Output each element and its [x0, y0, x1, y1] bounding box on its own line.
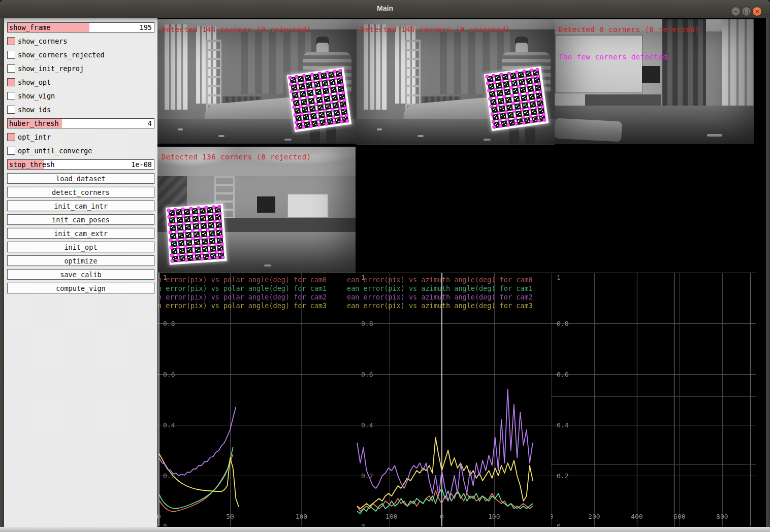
- camera-view-cam3[interactable]: Detected 136 corners (0 rejected): [157, 147, 356, 273]
- app-window: Main – ▢ × show_frame195show_cornersshow…: [0, 0, 770, 532]
- detected-corner-marker: [213, 227, 217, 231]
- legend-entry-3: ean error(pix) vs azimuth angle(deg) for…: [347, 302, 533, 310]
- checkbox-show_init_reproj[interactable]: [7, 64, 15, 73]
- detected-corner-marker: [197, 206, 200, 210]
- checkbox-opt_intr[interactable]: [7, 133, 15, 141]
- x-tick-label: 0: [551, 513, 554, 520]
- detected-corner-marker: [345, 119, 349, 123]
- checkbox-row-show_opt[interactable]: show_opt: [7, 77, 154, 87]
- detected-corner-marker: [340, 120, 344, 124]
- detected-corner-marker: [506, 123, 510, 127]
- close-button[interactable]: ×: [752, 7, 762, 16]
- init_cam_poses-button[interactable]: init_cam_poses: [7, 214, 154, 225]
- checkbox-show_corners[interactable]: [7, 37, 15, 45]
- checkbox-row-opt_until_converge[interactable]: opt_until_converge: [7, 146, 154, 156]
- plot-canvas-azimuth[interactable]: [356, 273, 551, 526]
- detected-corner-marker: [332, 121, 336, 125]
- detected-corner-marker: [175, 238, 179, 241]
- detected-corner-marker: [168, 230, 172, 234]
- detected-corner-marker: [177, 259, 180, 262]
- legend-azimuth: ean error(pix) vs azimuth angle(deg) for…: [347, 276, 533, 310]
- slider-huber_thresh[interactable]: huber_thresh4: [7, 118, 154, 128]
- detected-corner-marker: [200, 257, 204, 260]
- calibration-board: [287, 68, 352, 132]
- detected-corner-marker: [525, 91, 529, 95]
- title-bar[interactable]: Main – ▢ ×: [0, 0, 770, 18]
- plot-azimuth-error[interactable]: -100010010.80.60.40.20: [356, 273, 551, 526]
- camera-view-cam1[interactable]: Detected 140 corners (0 rejected): [357, 19, 555, 145]
- plot-canvas-vignette[interactable]: [551, 273, 756, 526]
- checkbox-label: opt_until_converge: [18, 147, 92, 155]
- detected-corner-marker: [542, 118, 547, 122]
- detected-corner-marker: [185, 258, 188, 262]
- checkbox-row-show_corners_rejected[interactable]: show_corners_rejected: [7, 50, 154, 60]
- checkbox-row-show_ids[interactable]: show_ids: [7, 105, 154, 115]
- y-tick-label: 0.2: [557, 472, 568, 480]
- y-tick-label: 0: [557, 522, 561, 526]
- y-tick-label: 0: [361, 522, 365, 526]
- x-tick-label: 100: [296, 513, 307, 520]
- detected-corner-marker: [292, 105, 296, 109]
- save_calib-button[interactable]: save_calib: [7, 269, 154, 280]
- gl-render-area: Detected 144 corners (0 rejected) Detect…: [157, 18, 766, 527]
- maximize-icon: ▢: [744, 8, 749, 15]
- load_dataset-button[interactable]: load_dataset: [7, 173, 154, 184]
- legend-entry-1: n error(pix) vs polar angle(deg) for cam…: [157, 284, 327, 293]
- checkbox-label: show_opt: [18, 78, 51, 86]
- minimize-icon: –: [734, 8, 737, 15]
- legend-entry-1: ean error(pix) vs azimuth angle(deg) for…: [347, 284, 533, 293]
- init_opt-button[interactable]: init_opt: [7, 242, 154, 252]
- y-tick-label: 0.4: [361, 421, 373, 429]
- detected-corner-marker: [492, 125, 496, 129]
- checkbox-show_ids[interactable]: [7, 106, 15, 114]
- detected-corner-marker: [170, 259, 174, 263]
- apriltag-tile: [185, 224, 191, 230]
- plot-canvas-polar[interactable]: [157, 273, 356, 526]
- detected-corner-marker: [512, 109, 516, 113]
- checkbox-label: show_corners_rejected: [18, 51, 105, 59]
- slider-label: huber_thresh: [9, 119, 59, 127]
- y-tick-label: 0.6: [557, 371, 568, 378]
- detected-corner-marker: [169, 246, 173, 249]
- checkbox-show_vign[interactable]: [7, 92, 15, 100]
- detect_corners-button[interactable]: detect_corners: [7, 187, 154, 197]
- detected-corner-marker: [328, 92, 332, 96]
- slider-stop_thresh[interactable]: stop_thresh1e-08: [7, 159, 154, 170]
- legend-entry-0: ean error(pix) vs azimuth angle(deg) for…: [347, 276, 533, 284]
- control-panel: show_frame195show_cornersshow_corners_re…: [4, 18, 157, 527]
- checkbox-label: show_init_reproj: [18, 64, 84, 73]
- plot-vignette[interactable]: 020040060080010.80.60.40.20: [551, 273, 756, 526]
- checkbox-row-show_init_reproj[interactable]: show_init_reproj: [7, 63, 154, 74]
- compute_vign-button[interactable]: compute_vign: [7, 283, 154, 293]
- optimize-button[interactable]: optimize: [7, 255, 154, 266]
- close-icon: ×: [755, 8, 759, 15]
- detected-corner-marker: [214, 235, 217, 239]
- y-tick-label: 0: [163, 522, 167, 526]
- window-frame-bottom: [0, 527, 770, 532]
- checkbox-opt_until_converge[interactable]: [7, 147, 15, 155]
- detected-corner-marker: [329, 100, 333, 104]
- checkbox-row-opt_intr[interactable]: opt_intr: [7, 132, 154, 142]
- checkbox-row-show_corners[interactable]: show_corners: [7, 36, 154, 46]
- checkbox-show_corners_rejected[interactable]: [7, 51, 15, 59]
- init_cam_extr-button[interactable]: init_cam_extr: [7, 228, 154, 239]
- checkbox-row-show_vign[interactable]: show_vign: [7, 91, 154, 101]
- too-few-corners-warning: Too few corners detected.: [559, 53, 672, 61]
- checkbox-show_opt[interactable]: [7, 78, 15, 86]
- minimize-button[interactable]: –: [731, 7, 741, 16]
- y-tick-label: 0.6: [361, 371, 373, 378]
- camera-view-cam0[interactable]: Detected 144 corners (0 rejected): [157, 19, 357, 144]
- detected-corner-marker: [529, 120, 533, 124]
- detected-corner-marker: [219, 227, 222, 230]
- detected-corner-marker: [518, 92, 522, 96]
- init_cam_intr-button[interactable]: init_cam_intr: [7, 201, 154, 211]
- maximize-button[interactable]: ▢: [742, 7, 751, 16]
- detected-corner-marker: [199, 244, 203, 247]
- detected-corner-marker: [309, 124, 313, 128]
- plots-area: 05010010.80.60.40.20 -100010010.80.60.40…: [157, 273, 766, 526]
- detected-corner-marker: [206, 236, 210, 239]
- slider-show_frame[interactable]: show_frame195: [7, 22, 154, 32]
- detection-status-cam1: Detected 140 corners (0 rejected): [361, 25, 510, 34]
- plot-polar-error[interactable]: 05010010.80.60.40.20: [157, 273, 356, 526]
- camera-view-cam2[interactable]: Detected 0 corners (0 rejected) Too few …: [555, 19, 754, 144]
